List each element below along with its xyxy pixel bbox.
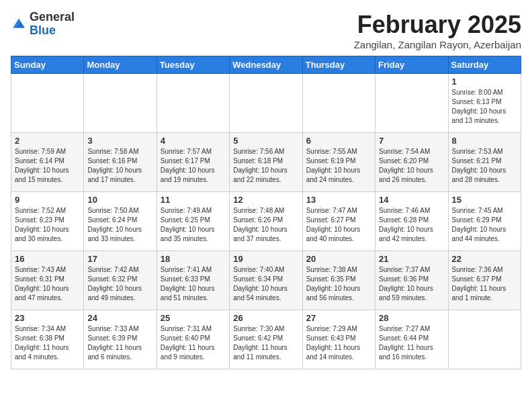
weekday-header: Tuesday — [157, 56, 229, 74]
calendar-day-cell: 18Sunrise: 7:41 AM Sunset: 6:33 PM Dayli… — [157, 251, 229, 310]
calendar-day-cell — [448, 310, 521, 369]
day-number: 8 — [452, 136, 517, 146]
location-subtitle: Zangilan, Zangilan Rayon, Azerbaijan — [354, 39, 521, 50]
calendar-day-cell: 13Sunrise: 7:47 AM Sunset: 6:27 PM Dayli… — [302, 192, 375, 251]
day-info: Sunrise: 7:58 AM Sunset: 6:16 PM Dayligh… — [87, 147, 152, 185]
calendar-day-cell — [157, 74, 229, 133]
calendar-day-cell: 20Sunrise: 7:38 AM Sunset: 6:35 PM Dayli… — [302, 251, 375, 310]
day-info: Sunrise: 7:57 AM Sunset: 6:17 PM Dayligh… — [161, 147, 226, 185]
calendar-day-cell — [375, 74, 448, 133]
calendar-day-cell — [84, 74, 157, 133]
calendar-day-cell: 1Sunrise: 8:00 AM Sunset: 6:13 PM Daylig… — [448, 74, 521, 133]
calendar-day-cell: 8Sunrise: 7:53 AM Sunset: 6:21 PM Daylig… — [448, 133, 521, 192]
day-number: 24 — [87, 313, 152, 323]
calendar-week-row: 23Sunrise: 7:34 AM Sunset: 6:38 PM Dayli… — [11, 310, 521, 369]
calendar-day-cell: 11Sunrise: 7:49 AM Sunset: 6:25 PM Dayli… — [157, 192, 229, 251]
calendar-day-cell: 5Sunrise: 7:56 AM Sunset: 6:18 PM Daylig… — [230, 133, 302, 192]
month-title: February 2025 — [354, 11, 521, 39]
weekday-header: Thursday — [302, 56, 375, 74]
day-info: Sunrise: 7:49 AM Sunset: 6:25 PM Dayligh… — [161, 206, 226, 244]
calendar-day-cell: 19Sunrise: 7:40 AM Sunset: 6:34 PM Dayli… — [230, 251, 302, 310]
day-number: 27 — [306, 313, 371, 323]
day-number: 14 — [379, 195, 444, 205]
calendar-day-cell — [230, 74, 302, 133]
day-number: 10 — [87, 195, 152, 205]
day-info: Sunrise: 7:33 AM Sunset: 6:39 PM Dayligh… — [87, 324, 152, 362]
calendar-day-cell: 23Sunrise: 7:34 AM Sunset: 6:38 PM Dayli… — [11, 310, 84, 369]
day-number: 11 — [161, 195, 226, 205]
day-number: 25 — [161, 313, 226, 323]
day-number: 19 — [233, 254, 298, 264]
logo-general: General — [30, 10, 75, 24]
day-number: 18 — [161, 254, 226, 264]
weekday-header: Sunday — [11, 56, 84, 74]
calendar-day-cell: 28Sunrise: 7:27 AM Sunset: 6:44 PM Dayli… — [375, 310, 448, 369]
calendar-week-row: 16Sunrise: 7:43 AM Sunset: 6:31 PM Dayli… — [11, 251, 521, 310]
logo-blue: Blue — [30, 24, 56, 37]
calendar-day-cell: 25Sunrise: 7:31 AM Sunset: 6:40 PM Dayli… — [157, 310, 229, 369]
day-number: 22 — [452, 254, 517, 264]
calendar-day-cell: 27Sunrise: 7:29 AM Sunset: 6:43 PM Dayli… — [302, 310, 375, 369]
day-number: 5 — [233, 136, 298, 146]
weekday-header: Monday — [84, 56, 157, 74]
weekday-header: Friday — [375, 56, 448, 74]
day-info: Sunrise: 7:41 AM Sunset: 6:33 PM Dayligh… — [161, 265, 226, 303]
calendar-day-cell: 7Sunrise: 7:54 AM Sunset: 6:20 PM Daylig… — [375, 133, 448, 192]
weekday-header-row: SundayMondayTuesdayWednesdayThursdayFrid… — [11, 56, 521, 74]
day-info: Sunrise: 7:50 AM Sunset: 6:24 PM Dayligh… — [87, 206, 152, 244]
day-info: Sunrise: 7:37 AM Sunset: 6:36 PM Dayligh… — [379, 265, 444, 303]
day-info: Sunrise: 7:30 AM Sunset: 6:42 PM Dayligh… — [233, 324, 298, 362]
logo-text: General Blue — [30, 11, 75, 38]
day-info: Sunrise: 7:46 AM Sunset: 6:28 PM Dayligh… — [379, 206, 444, 244]
day-number: 23 — [15, 313, 80, 323]
day-number: 1 — [452, 77, 517, 87]
day-info: Sunrise: 7:52 AM Sunset: 6:23 PM Dayligh… — [15, 206, 80, 244]
calendar-day-cell: 14Sunrise: 7:46 AM Sunset: 6:28 PM Dayli… — [375, 192, 448, 251]
day-info: Sunrise: 7:36 AM Sunset: 6:37 PM Dayligh… — [452, 265, 517, 303]
page-header: General Blue February 2025 Zangilan, Zan… — [11, 11, 521, 50]
calendar-day-cell: 21Sunrise: 7:37 AM Sunset: 6:36 PM Dayli… — [375, 251, 448, 310]
calendar-day-cell: 16Sunrise: 7:43 AM Sunset: 6:31 PM Dayli… — [11, 251, 84, 310]
calendar-day-cell: 2Sunrise: 7:59 AM Sunset: 6:14 PM Daylig… — [11, 133, 84, 192]
day-number: 6 — [306, 136, 371, 146]
logo: General Blue — [11, 11, 75, 38]
calendar-day-cell: 15Sunrise: 7:45 AM Sunset: 6:29 PM Dayli… — [448, 192, 521, 251]
day-info: Sunrise: 7:45 AM Sunset: 6:29 PM Dayligh… — [452, 206, 517, 244]
calendar-day-cell: 9Sunrise: 7:52 AM Sunset: 6:23 PM Daylig… — [11, 192, 84, 251]
day-number: 13 — [306, 195, 371, 205]
logo-icon — [11, 16, 27, 32]
day-info: Sunrise: 7:38 AM Sunset: 6:35 PM Dayligh… — [306, 265, 371, 303]
day-info: Sunrise: 7:34 AM Sunset: 6:38 PM Dayligh… — [15, 324, 80, 362]
calendar-day-cell: 22Sunrise: 7:36 AM Sunset: 6:37 PM Dayli… — [448, 251, 521, 310]
day-number: 15 — [452, 195, 517, 205]
day-info: Sunrise: 7:42 AM Sunset: 6:32 PM Dayligh… — [87, 265, 152, 303]
day-info: Sunrise: 7:48 AM Sunset: 6:26 PM Dayligh… — [233, 206, 298, 244]
day-info: Sunrise: 7:31 AM Sunset: 6:40 PM Dayligh… — [161, 324, 226, 362]
day-number: 17 — [87, 254, 152, 264]
calendar-day-cell: 17Sunrise: 7:42 AM Sunset: 6:32 PM Dayli… — [84, 251, 157, 310]
calendar-day-cell: 10Sunrise: 7:50 AM Sunset: 6:24 PM Dayli… — [84, 192, 157, 251]
day-number: 7 — [379, 136, 444, 146]
day-number: 16 — [15, 254, 80, 264]
day-info: Sunrise: 7:29 AM Sunset: 6:43 PM Dayligh… — [306, 324, 371, 362]
day-info: Sunrise: 7:27 AM Sunset: 6:44 PM Dayligh… — [379, 324, 444, 362]
day-info: Sunrise: 7:54 AM Sunset: 6:20 PM Dayligh… — [379, 147, 444, 185]
day-number: 2 — [15, 136, 80, 146]
day-info: Sunrise: 7:56 AM Sunset: 6:18 PM Dayligh… — [233, 147, 298, 185]
day-info: Sunrise: 7:43 AM Sunset: 6:31 PM Dayligh… — [15, 265, 80, 303]
calendar-day-cell: 26Sunrise: 7:30 AM Sunset: 6:42 PM Dayli… — [230, 310, 302, 369]
weekday-header: Saturday — [448, 56, 521, 74]
title-block: February 2025 Zangilan, Zangilan Rayon, … — [354, 11, 521, 50]
calendar-day-cell: 6Sunrise: 7:55 AM Sunset: 6:19 PM Daylig… — [302, 133, 375, 192]
calendar-week-row: 1Sunrise: 8:00 AM Sunset: 6:13 PM Daylig… — [11, 74, 521, 133]
day-number: 28 — [379, 313, 444, 323]
calendar-day-cell: 4Sunrise: 7:57 AM Sunset: 6:17 PM Daylig… — [157, 133, 229, 192]
day-number: 3 — [87, 136, 152, 146]
day-info: Sunrise: 8:00 AM Sunset: 6:13 PM Dayligh… — [452, 88, 517, 126]
calendar-day-cell: 12Sunrise: 7:48 AM Sunset: 6:26 PM Dayli… — [230, 192, 302, 251]
calendar-week-row: 9Sunrise: 7:52 AM Sunset: 6:23 PM Daylig… — [11, 192, 521, 251]
day-number: 20 — [306, 254, 371, 264]
day-number: 4 — [161, 136, 226, 146]
day-info: Sunrise: 7:53 AM Sunset: 6:21 PM Dayligh… — [452, 147, 517, 185]
calendar-week-row: 2Sunrise: 7:59 AM Sunset: 6:14 PM Daylig… — [11, 133, 521, 192]
